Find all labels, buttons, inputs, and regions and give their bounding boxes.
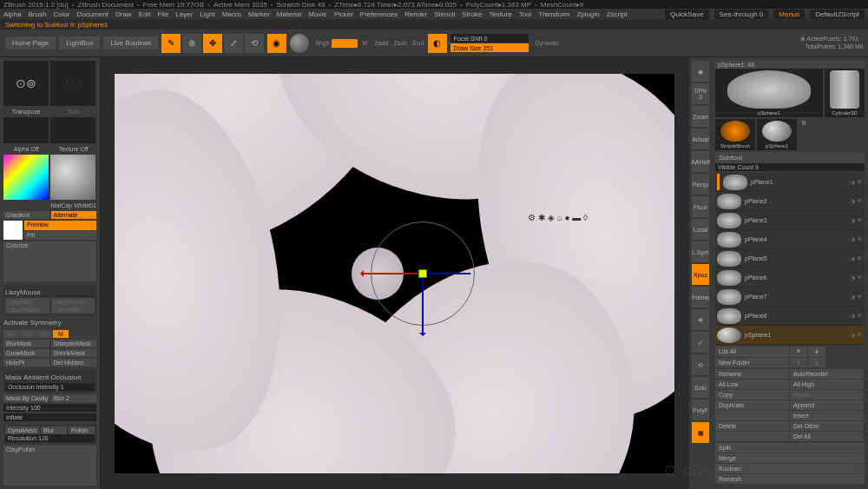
growmask-button[interactable]: GrowMask [3, 349, 49, 357]
gradient-button[interactable]: Gradient [3, 211, 49, 219]
menu-stencil[interactable]: Stencil [434, 10, 455, 18]
mrgb-label[interactable]: Mrgb [316, 40, 330, 46]
fill-button[interactable]: Fill [24, 231, 96, 241]
lazysmooth[interactable]: LazySmooth [51, 298, 95, 306]
lazymouse-label[interactable]: LazyMouse [5, 287, 95, 298]
seethrough-slider[interactable]: See-through 0 [714, 10, 769, 19]
hidept-button[interactable]: HidePt [3, 359, 49, 367]
gizmo-button[interactable]: ◉ [267, 34, 286, 53]
subtool-pplane3[interactable]: pPlane3◑ 👁 [715, 211, 865, 230]
transform-gizmo[interactable] [362, 213, 483, 334]
delhidden-button[interactable]: Del Hidden [51, 359, 97, 367]
delother-button[interactable]: Del Other [790, 421, 864, 431]
scale-nav-icon[interactable]: ⤢ [692, 332, 709, 353]
transpose-thumb[interactable]: ⊙⊚ [3, 61, 49, 106]
zsub-label[interactable]: Zsub [393, 40, 407, 46]
up-button[interactable]: ↟ [790, 347, 807, 357]
duplicate-button[interactable]: Duplicate [715, 400, 789, 410]
tool-simplebrush[interactable]: SimpleBrush [715, 119, 755, 150]
sphere-icon[interactable] [290, 34, 309, 53]
paste-button[interactable]: Paste [790, 390, 864, 400]
color-picker[interactable] [3, 155, 49, 200]
tool-psphere1[interactable]: pSphere1 [715, 69, 823, 117]
solo-button[interactable]: Solo [692, 377, 709, 398]
menu-alpha[interactable]: Alpha [3, 10, 21, 18]
preview-button[interactable]: Preview [24, 221, 96, 230]
draw-size-slider[interactable]: Draw Size 251 [450, 43, 529, 52]
down2-button[interactable]: ↓ [808, 358, 825, 367]
activate-symmetry-label[interactable]: Activate Symmetry [3, 317, 96, 328]
gizmo-toolbar[interactable]: ⚙ ✱ ◈ ⌂ ● ▬ ◊ [528, 213, 588, 222]
menu-preferences[interactable]: Preferences [360, 10, 398, 18]
color-swatch[interactable] [3, 221, 23, 240]
alternate-button[interactable]: Alternate [51, 211, 97, 219]
menu-draw[interactable]: Draw [115, 10, 132, 18]
zoom-button[interactable]: Zoom [692, 106, 709, 127]
draw-mode-button[interactable]: ⊕ [182, 34, 201, 53]
copy-button[interactable]: Copy [715, 390, 789, 400]
menu-stroke[interactable]: Stroke [462, 10, 482, 18]
blur2-slider[interactable]: Blur 2 [51, 394, 97, 402]
viewport[interactable]: ⚙ ✱ ◈ ⌂ ● ▬ ◊ [115, 74, 674, 473]
lazyradius[interactable]: LazyRadius [5, 306, 49, 314]
zadd-label[interactable]: Zadd [374, 40, 388, 46]
sym-x[interactable]: ›X‹ [3, 330, 19, 338]
mao-label[interactable]: Mask Ambient Occlusion [5, 372, 95, 383]
stroke-thumb[interactable] [50, 117, 95, 143]
gizmo-z-axis[interactable] [423, 273, 470, 274]
subtool-pplane7[interactable]: pPlane7◑ 👁 [715, 287, 865, 307]
menu-light[interactable]: Light [200, 10, 214, 18]
move-mode-button[interactable]: ✥ [203, 34, 222, 53]
gizmo-x-axis[interactable] [362, 273, 423, 274]
brush-thumb[interactable] [3, 117, 49, 143]
sym-z[interactable]: ›Z‹ [36, 330, 52, 338]
tool-psphere1b[interactable]: pSphere1 [757, 119, 797, 150]
colorize-button[interactable]: Colorize [3, 241, 96, 281]
menu-picker[interactable]: Picker [334, 10, 353, 18]
gizmo-origin[interactable] [418, 269, 427, 278]
menu-macro[interactable]: Macro [222, 10, 241, 18]
sym-y[interactable]: ›Y‹ [20, 330, 36, 338]
menu-texture[interactable]: Texture [489, 10, 511, 18]
menu-edit[interactable]: Edit [139, 10, 151, 18]
menu-transform[interactable]: Transform [538, 10, 569, 18]
lsym-button[interactable]: L.Sym [692, 241, 709, 262]
menu-movie[interactable]: Movie [308, 10, 326, 18]
split-section[interactable]: Split [715, 443, 865, 453]
dynamesh-button[interactable]: DynaMesh [5, 426, 39, 434]
home-page-button[interactable]: Home Page [5, 36, 56, 50]
occlusion-intensity[interactable]: Occlusion Intensity 1 [5, 383, 95, 391]
subtool-pplane2[interactable]: pPlane2◑ 👁 [715, 192, 865, 211]
sym-m[interactable]: M [53, 330, 69, 338]
intensity-slider[interactable]: Intensity 100 [3, 404, 96, 412]
rotate-mode-button[interactable]: ⟲ [245, 34, 264, 53]
dyna-blur[interactable]: Blur [41, 426, 67, 434]
lazystep[interactable]: LazyStep [5, 298, 49, 306]
floor-button[interactable]: Floor [692, 196, 709, 217]
listall-button[interactable]: List All [715, 347, 789, 357]
newfolder-button[interactable]: New Folder [715, 358, 789, 367]
down-button[interactable]: ↡ [808, 347, 825, 357]
tool-cylinder3d[interactable]: Cylinder3D [825, 69, 865, 117]
lightbox-button[interactable]: LightBox [59, 36, 100, 50]
blurmask-button[interactable]: BlurMask [3, 340, 49, 347]
up2-button[interactable]: ↑ [790, 358, 807, 367]
append-button[interactable]: Append [790, 400, 864, 410]
resolution-slider[interactable]: Resolution 128 [5, 434, 95, 442]
scale-mode-button[interactable]: ⤢ [224, 34, 243, 53]
lazysnap[interactable]: LazySnap [51, 306, 95, 314]
menu-zplugin[interactable]: Zplugin [576, 10, 599, 18]
mask-cavity-button[interactable]: Mask By Cavity [3, 394, 49, 402]
xpoz-button[interactable]: Xpoz [692, 264, 709, 285]
edit-mode-button[interactable]: ✎ [161, 34, 181, 53]
claypolish-button[interactable]: ClayPolish [3, 446, 96, 486]
shrinkmask-button[interactable]: ShrinkMask [51, 349, 97, 357]
menu-zscript[interactable]: Zscript [607, 10, 628, 18]
menu-brush[interactable]: Brush [28, 10, 46, 18]
local-button[interactable]: Local [692, 219, 709, 240]
brush-toggle[interactable]: ◐ [428, 34, 447, 53]
delall-button[interactable]: Del All [790, 432, 864, 441]
menu-tool[interactable]: Tool [519, 10, 532, 18]
menu-material[interactable]: Material [277, 10, 301, 18]
sharpenmask-button[interactable]: SharpenMask [51, 340, 97, 347]
